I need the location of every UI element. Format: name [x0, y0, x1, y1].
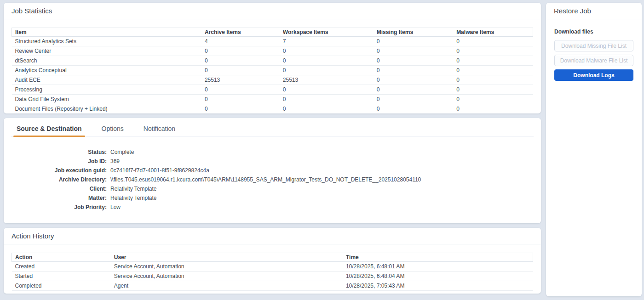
- cell-workspace: 0: [280, 46, 374, 56]
- cell-archive: 0: [201, 104, 280, 114]
- cell-missing: 0: [374, 104, 453, 114]
- cell-archive: 0: [201, 56, 280, 66]
- field-job-priority: Job Priority: Low: [4, 203, 541, 212]
- cell-item: Document Files (Repository + Linked): [12, 104, 201, 114]
- tab-notification[interactable]: Notification: [140, 125, 178, 136]
- column-header-malware-items: Malware Items: [453, 28, 533, 37]
- cell-missing: 0: [374, 46, 453, 56]
- column-header-action: Action: [12, 253, 111, 262]
- job-detail-fields: Status: Complete Job ID: 369 Job executi…: [4, 147, 541, 212]
- cell-time: 10/28/2025, 6:48:04 AM: [343, 272, 533, 281]
- field-value: \\files.T045.esus019064.r1.kcura.com\T04…: [110, 175, 421, 184]
- cell-action: Completed: [12, 281, 111, 291]
- field-label: Status:: [4, 147, 107, 157]
- cell-workspace: 0: [280, 66, 374, 75]
- column-header-time: Time: [343, 253, 533, 262]
- cell-item: dtSearch: [12, 56, 201, 66]
- cell-action: Created: [12, 262, 111, 272]
- field-client: Client: Relativity Template: [4, 184, 541, 193]
- table-row: dtSearch 0 0 0 0: [12, 56, 533, 66]
- field-value: 0c7416f7-f7d7-4001-8f51-9f8629824c4a: [110, 166, 209, 175]
- side-column: Restore Job Download files Download Miss…: [546, 3, 642, 296]
- cell-workspace: 0: [280, 85, 374, 95]
- field-archive-directory: Archive Directory: \\files.T045.esus0190…: [4, 175, 541, 184]
- field-value: Relativity Template: [110, 193, 157, 203]
- cell-workspace: 25513: [280, 75, 374, 85]
- cell-missing: 0: [374, 56, 453, 66]
- table-row: Created Service Account, Automation 10/2…: [12, 262, 533, 272]
- table-header-row: Action User Time: [12, 253, 533, 262]
- cell-archive: 25513: [201, 75, 280, 85]
- column-header-item: Item: [12, 28, 201, 37]
- table-row: Started Service Account, Automation 10/2…: [12, 272, 533, 281]
- download-missing-file-list-button[interactable]: Download Missing File List: [554, 40, 633, 51]
- job-statistics-panel: Job Statistics Item Archive Items Worksp…: [4, 3, 541, 113]
- cell-user: Service Account, Automation: [111, 262, 343, 272]
- field-value: Low: [110, 203, 121, 212]
- job-statistics-body: Item Archive Items Workspace Items Missi…: [4, 19, 541, 113]
- action-history-body: Action User Time Created Service Account…: [4, 244, 541, 291]
- field-value: 369: [110, 157, 120, 166]
- page: Job Statistics Item Archive Items Worksp…: [0, 0, 644, 300]
- cell-archive: 0: [201, 66, 280, 75]
- cell-missing: 0: [374, 37, 453, 46]
- column-header-archive-items: Archive Items: [201, 28, 280, 37]
- field-matter: Matter: Relativity Template: [4, 193, 541, 203]
- download-logs-button[interactable]: Download Logs: [554, 69, 633, 81]
- cell-user: Service Account, Automation: [111, 272, 343, 281]
- cell-malware: 0: [453, 85, 533, 95]
- cell-action: Started: [12, 272, 111, 281]
- cell-workspace: 0: [280, 104, 374, 114]
- table-row: Data Grid File System 0 0 0 0: [12, 95, 533, 104]
- cell-time: 10/28/2025, 7:05:43 AM: [343, 281, 533, 291]
- cell-archive: 4: [201, 37, 280, 46]
- action-history-panel: Action History Action User Time Created …: [4, 228, 541, 294]
- table-row: Document Files (Repository + Linked) 0 0…: [12, 104, 533, 114]
- cell-item: Processing: [12, 85, 201, 95]
- table-row: Audit ECE 25513 25513 0 0: [12, 75, 533, 85]
- table-header-row: Item Archive Items Workspace Items Missi…: [12, 28, 533, 37]
- cell-user: Agent: [111, 281, 343, 291]
- field-label: Job execution guid:: [4, 166, 107, 175]
- cell-item: Analytics Conceptual: [12, 66, 201, 75]
- cell-item: Data Grid File System: [12, 95, 201, 104]
- field-label: Matter:: [4, 193, 107, 203]
- download-files-label: Download files: [554, 28, 633, 35]
- field-label: Job Priority:: [4, 203, 107, 212]
- main-column: Job Statistics Item Archive Items Worksp…: [4, 3, 541, 296]
- job-statistics-title: Job Statistics: [4, 3, 541, 19]
- column-header-missing-items: Missing Items: [374, 28, 453, 37]
- cell-missing: 0: [374, 95, 453, 104]
- tab-options[interactable]: Options: [98, 125, 127, 136]
- restore-job-title: Restore Job: [546, 3, 642, 19]
- cell-malware: 0: [453, 75, 533, 85]
- table-row: Review Center 0 0 0 0: [12, 46, 533, 56]
- cell-archive: 0: [201, 95, 280, 104]
- field-value: Relativity Template: [110, 184, 157, 193]
- cell-workspace: 0: [280, 95, 374, 104]
- cell-malware: 0: [453, 104, 533, 114]
- tab-source-destination[interactable]: Source & Destination: [13, 125, 85, 136]
- table-row: Completed Agent 10/28/2025, 7:05:43 AM: [12, 281, 533, 291]
- cell-item: Review Center: [12, 46, 201, 56]
- cell-archive: 0: [201, 46, 280, 56]
- cell-malware: 0: [453, 66, 533, 75]
- restore-job-panel: Restore Job Download files Download Miss…: [546, 3, 642, 296]
- field-job-execution-guid: Job execution guid: 0c7416f7-f7d7-4001-8…: [4, 166, 541, 175]
- cell-malware: 0: [453, 56, 533, 66]
- field-value: Complete: [110, 147, 134, 157]
- cell-time: 10/28/2025, 6:48:01 AM: [343, 262, 533, 272]
- job-details-panel: Source & Destination Options Notificatio…: [4, 118, 541, 223]
- cell-item: Structured Analytics Sets: [12, 37, 201, 46]
- column-header-workspace-items: Workspace Items: [280, 28, 374, 37]
- table-row: Analytics Conceptual 0 0 0 0: [12, 66, 533, 75]
- download-malware-file-list-button[interactable]: Download Malware File List: [554, 55, 633, 66]
- column-header-user: User: [111, 253, 343, 262]
- field-label: Archive Directory:: [4, 175, 107, 184]
- field-status: Status: Complete: [4, 147, 541, 157]
- cell-malware: 0: [453, 95, 533, 104]
- cell-item: Audit ECE: [12, 75, 201, 85]
- field-job-id: Job ID: 369: [4, 157, 541, 166]
- action-history-title: Action History: [4, 228, 541, 244]
- cell-malware: 0: [453, 46, 533, 56]
